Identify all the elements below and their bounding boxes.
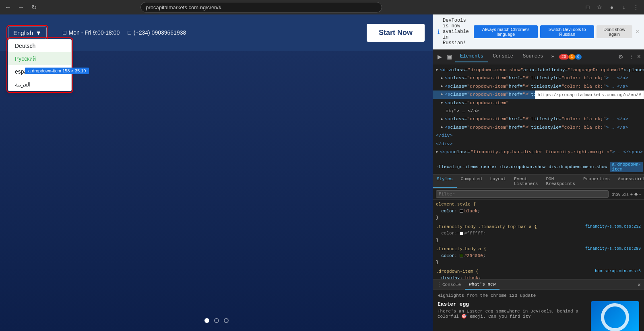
error-badge: 20 [559,54,569,60]
add-style-btn[interactable]: + [630,191,633,197]
main-layout: English ▼ Deutsch Русский español الع [0,14,644,331]
toggle-style-btn[interactable]: ▫ [639,191,641,197]
calendar-icon: □ [63,29,66,36]
tab-more[interactable]: » [548,51,557,62]
hours-item: □ Mon - Fri 9:00-18:00 [63,29,120,36]
element-label-text: a.dropdown-item [28,68,61,73]
menu-icon[interactable]: ⋮ [631,2,641,12]
settings-icon[interactable]: ⚙ [617,52,625,62]
whats-new-tab-label: What's new [469,282,495,287]
bottom-content: Highlights from the Chrome 123 update Ea… [433,290,644,331]
more-options-icon[interactable]: ⋮ [627,52,636,62]
download-icon[interactable]: ↓ [619,2,629,12]
bottom-close-button[interactable]: × [638,282,641,288]
tab-console-bottom[interactable]: Console [438,280,465,289]
triangle-icon[interactable]: ▶ [441,116,443,123]
devtools-notification: ℹ DevTools is now available in Russian! … [433,14,644,49]
triangle-icon[interactable]: ▶ [441,75,443,82]
triangle-icon[interactable]: ▶ [436,67,438,73]
lang-switch-button[interactable]: Switch DevTools to Russian [540,25,594,38]
element-size: 158 × 35.19 [62,68,86,73]
tab-sources-label: Sources [523,53,543,59]
css-source: bootstrap.min.css:6 [595,268,641,274]
breadcrumb-item-3[interactable]: div.dropdown-menu.show [549,164,607,169]
forward-button[interactable]: → [16,2,26,12]
start-now-button[interactable]: Start Now [367,24,425,42]
panel-close-button[interactable]: × [637,53,641,60]
dropdown-label-arabic: العربية [15,81,31,88]
html-line: ▶ <div class= "dropdown-menu show" aria-… [433,66,644,74]
top-bar-info: □ Mon - Fri 9:00-18:00 □ (+234) 09039661… [63,29,186,36]
triangle-icon[interactable]: ▶ [436,149,438,155]
bookmark-icon[interactable]: ☆ [595,2,605,12]
phone-text: (+234) 09039661938 [134,29,186,36]
dot-2[interactable] [214,318,219,323]
css-rule-element-style: element.style { color: black; } [433,200,644,222]
html-line: ▶ <a class= "dropdown-item" href= "#" ti… [433,123,644,132]
css-rule-body-a: .financity-body a { financity-s.tom.css:… [433,245,644,267]
cls-filter-btn[interactable]: .cls [622,191,629,197]
devtools-close-button[interactable]: × [636,28,639,35]
hero-area [0,51,433,331]
back-button[interactable]: ← [3,2,13,12]
html-line-selected: ▶ <a class= "dropdown-item" href= "#" ti… [433,90,644,99]
dot-1[interactable] [204,318,209,323]
css-rule-top-bar: .financity-body .financity-top-bar a { f… [433,222,644,245]
carousel-dots [204,318,229,323]
elements-panel[interactable]: ▶ <div class= "dropdown-menu show" aria-… [433,64,644,160]
easter-text: Easter egg There's an Easter egg somewhe… [438,301,586,331]
dropdown-item-deutsch[interactable]: Deutsch [8,39,71,52]
lang-match-button[interactable]: Always match Chrome's language [474,25,538,38]
start-now-label: Start Now [379,29,413,37]
breadcrumb-item-2[interactable]: div.dropdown.show [500,164,545,169]
styles-tab-accessibility[interactable]: Accessibility [614,175,644,188]
device-toolbar-icon[interactable]: ▣ [445,52,454,62]
extensions-icon[interactable]: □ [583,2,592,12]
highlights-text: Highlights from the Chrome 123 update [438,293,639,298]
triangle-icon[interactable]: ▶ [441,83,443,90]
css-selector: .financity-body a { [436,247,486,251]
color-swatch [460,254,463,257]
html-line: </div> [433,132,644,140]
dot-3[interactable] [224,318,229,323]
dropdown-item-russian[interactable]: Русский [8,52,71,65]
tab-console[interactable]: Console [488,51,518,62]
browser-chrome: ← → ↻ procapitalmarkets.com.ng/c/en/# □ … [0,0,644,14]
console-tab-label: Console [442,282,461,287]
html-line: </div> [433,140,644,148]
breadcrumb-bar: ·flexalign-items-center div.dropdown.sho… [433,160,644,174]
copy-element-btn[interactable]: ◆ [634,191,638,197]
styles-tab-computed[interactable]: Computed [457,175,486,188]
breadcrumb-item-1[interactable]: ·flexalign-items-center [436,164,497,169]
tab-elements[interactable]: Elements [455,51,488,62]
css-brace: } [436,238,439,243]
triangle-icon[interactable]: ▶ [441,91,443,98]
top-bar: English ▼ Deutsch Русский español الع [0,14,433,51]
css-brace: } [436,215,439,220]
tab-whats-new[interactable]: What's new [465,280,500,290]
phone-item: □ (+234) 09039661938 [128,29,186,36]
css-selector: element.style { [436,202,476,207]
tab-sources[interactable]: Sources [518,51,548,62]
reload-button[interactable]: ↻ [29,2,39,12]
tab-console-label: Console [493,53,513,59]
lang-dont-show-button[interactable]: Don't show again [597,25,632,38]
triangle-icon[interactable]: ▶ [441,100,443,106]
styles-tab-properties[interactable]: Properties [579,175,614,188]
element-picker-icon[interactable]: ▶ [436,52,444,62]
language-button[interactable]: English ▼ [8,27,47,39]
dropdown-item-arabic[interactable]: العربية [8,78,71,91]
styles-filter-input[interactable] [436,190,609,198]
color-swatch [460,209,463,213]
address-bar[interactable]: procapitalmarkets.com.ng/c/en/# [140,2,382,12]
styles-panel: Styles Computed Layout Event Listeners D… [433,174,644,279]
styles-tab-event-listeners[interactable]: Event Listeners [510,175,542,188]
styles-tab-styles[interactable]: Styles [433,175,457,188]
triangle-icon[interactable]: ▶ [441,124,443,131]
css-val: #254000 [464,253,483,258]
styles-tab-dom-breakpoints[interactable]: DOM Breakpoints [542,175,579,188]
hov-filter-btn[interactable]: :hov [612,191,620,197]
breadcrumb-item-selected[interactable]: a.dropdown-item [610,162,643,172]
profile-icon[interactable]: ● [607,2,617,12]
styles-tab-layout[interactable]: Layout [486,175,510,188]
